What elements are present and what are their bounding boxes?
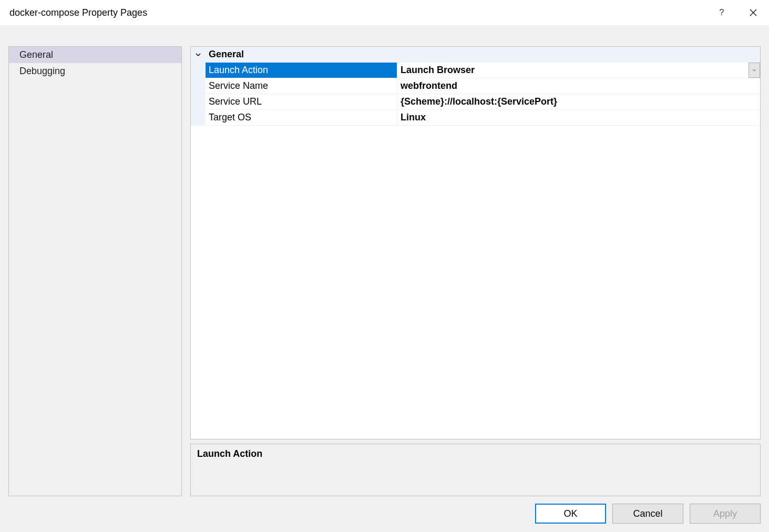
property-value-text: {Scheme}://localhost:{ServicePort} [401,96,557,107]
property-row-service-name[interactable]: Service Name webfrontend [191,78,760,94]
property-gutter [191,94,206,110]
property-value[interactable]: webfrontend [397,78,760,94]
titlebar-controls: ? [706,0,769,25]
window-title: docker-compose Property Pages [9,7,147,18]
button-label: Apply [713,508,737,519]
description-title: Launch Action [197,448,754,459]
apply-button[interactable]: Apply [690,504,761,524]
property-name: Service Name [206,78,397,94]
description-panel: Launch Action [190,444,761,496]
property-category-row[interactable]: General [191,47,760,63]
property-value-text: webfrontend [401,80,457,91]
property-name: Launch Action [206,63,397,78]
property-value[interactable]: Launch Browser [397,63,760,78]
main-panels: General Debugging General Launch Action [8,46,761,496]
right-panel: General Launch Action Launch Browser Ser… [190,46,761,496]
property-row-target-os[interactable]: Target OS Linux [191,110,760,126]
expand-toggle[interactable] [191,52,206,58]
titlebar: docker-compose Property Pages ? [0,0,769,25]
chevron-down-icon [752,68,756,73]
property-category-label: General [206,49,244,60]
sidebar-item-general[interactable]: General [9,47,181,63]
property-dropdown-button[interactable] [749,63,760,78]
property-gutter [191,63,206,78]
sidebar-item-label: General [19,49,53,60]
property-row-launch-action[interactable]: Launch Action Launch Browser [191,63,760,78]
cancel-button[interactable]: Cancel [612,504,683,524]
property-gutter [191,110,206,126]
property-grid: General Launch Action Launch Browser Ser… [190,46,761,439]
property-row-service-url[interactable]: Service URL {Scheme}://localhost:{Servic… [191,94,760,110]
sidebar: General Debugging [8,46,182,496]
property-value[interactable]: Linux [397,110,760,126]
property-name: Target OS [206,110,397,126]
close-icon [750,9,757,16]
property-value[interactable]: {Scheme}://localhost:{ServicePort} [397,94,760,110]
sidebar-item-label: Debugging [19,66,65,76]
button-label: Cancel [633,508,662,519]
sidebar-item-debugging[interactable]: Debugging [9,63,181,79]
property-value-text: Launch Browser [401,65,475,76]
content-area: General Debugging General Launch Action [0,25,769,532]
chevron-down-icon [195,52,201,58]
ok-button[interactable]: OK [535,504,606,524]
property-name: Service URL [206,94,397,110]
property-gutter [191,78,206,94]
property-value-text: Linux [401,112,426,123]
help-button[interactable]: ? [706,0,737,25]
close-button[interactable] [737,0,769,25]
button-row: OK Cancel Apply [8,496,761,524]
button-label: OK [563,508,577,519]
